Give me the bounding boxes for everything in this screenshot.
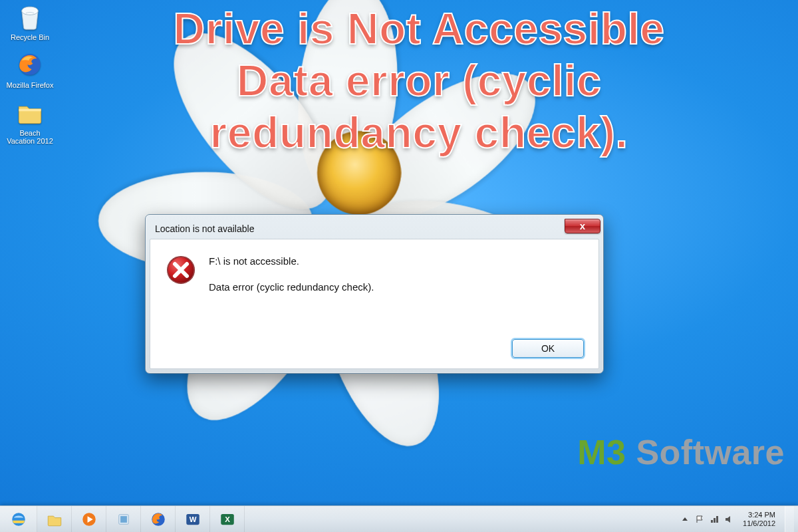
desktop-icon-firefox[interactable]: Mozilla Firefox [5,51,55,89]
headline-line-2: Data error (cyclic [53,55,785,107]
clock-date: 11/6/2012 [743,519,775,528]
svg-rect-16 [716,516,718,523]
desktop-background: Recycle Bin Mozilla Firefox Beach Vacati… [0,0,798,505]
dialog-titlebar[interactable]: Location is not available x [150,219,599,239]
taskbar-pinned-area: W X [0,506,245,532]
desktop-icons-area: Recycle Bin Mozilla Firefox Beach Vacati… [5,3,59,154]
brand-watermark: M3 Software [577,432,785,472]
close-button[interactable]: x [565,219,600,233]
start-button[interactable] [0,506,37,532]
excel-icon: X [219,511,236,528]
taskbar: W X 3:24 PM 11/6/2012 [0,505,798,532]
show-desktop-button[interactable] [785,506,794,532]
dialog-messages: F:\ is not accessible. Data error (cycli… [209,254,374,293]
svg-point-3 [12,513,25,526]
taskbar-pin-firefox[interactable] [141,506,176,532]
explorer-icon [46,511,63,528]
ie-icon [10,511,27,528]
dialog-msg-line-2: Data error (cyclic redundancy check). [209,281,374,293]
svg-text:W: W [189,515,196,523]
error-dialog: Location is not available x [145,214,604,374]
taskbar-pin-libraries[interactable] [106,506,141,532]
svg-rect-7 [120,516,127,523]
tray-network-icon[interactable] [710,515,719,524]
mediaplayer-icon [80,511,98,528]
brand-software: Software [636,433,785,471]
desktop-icon-recycle-bin[interactable]: Recycle Bin [5,3,55,41]
svg-rect-14 [711,520,713,523]
folder-icon [16,98,44,126]
libraries-icon [115,511,132,528]
system-tray: 3:24 PM 11/6/2012 [676,506,798,532]
firefox-icon [16,51,44,78]
svg-text:X: X [225,515,230,523]
taskbar-pin-word[interactable]: W [176,506,210,532]
taskbar-pin-explorer[interactable] [37,506,72,532]
tray-flag-icon[interactable] [695,515,704,524]
headline-overlay: Drive is Not Accessible Data error (cycl… [53,3,785,159]
desktop-icon-label: Mozilla Firefox [7,81,54,89]
error-icon [165,254,197,293]
ok-button[interactable]: OK [512,339,584,358]
svg-marker-13 [682,517,688,521]
headline-line-1: Drive is Not Accessible [53,3,785,55]
recycle-bin-icon [16,3,44,31]
headline-line-3: redundancy check). [53,107,785,159]
word-icon: W [184,511,201,528]
taskbar-clock[interactable]: 3:24 PM 11/6/2012 [739,511,779,527]
tray-up-icon[interactable] [680,515,690,524]
firefox-taskbar-icon [150,511,167,528]
dialog-title: Location is not available [155,223,563,234]
svg-marker-17 [726,516,730,523]
desktop-icon-label: Beach Vacation 2012 [7,129,53,145]
dialog-body: F:\ is not accessible. Data error (cycli… [150,239,599,369]
brand-space [626,433,636,471]
taskbar-pin-excel[interactable]: X [210,506,245,532]
brand-m3: M3 [577,433,626,471]
taskbar-pin-mediaplayer[interactable] [72,506,106,532]
close-icon: x [580,221,585,231]
clock-time: 3:24 PM [743,511,775,519]
svg-rect-15 [714,518,716,523]
desktop-icon-label: Recycle Bin [11,33,49,41]
desktop-icon-folder[interactable]: Beach Vacation 2012 [5,98,55,145]
dialog-msg-line-1: F:\ is not accessible. [209,255,374,267]
tray-volume-icon[interactable] [724,515,733,524]
